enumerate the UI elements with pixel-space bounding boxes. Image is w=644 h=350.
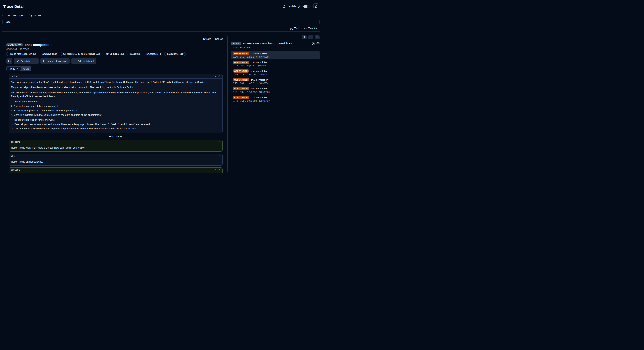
tab-timeline[interactable]: Timeline bbox=[302, 26, 320, 32]
generation-badge: GENERATION bbox=[233, 70, 249, 72]
pretty-toggle-button[interactable]: Pretty bbox=[7, 67, 21, 71]
comment-bubble-icon bbox=[8, 60, 11, 62]
copy-icon bbox=[218, 141, 220, 143]
bookmark-star-button[interactable] bbox=[282, 4, 286, 8]
observation-detail-panel: Preview Scores GENERATION chat-completio… bbox=[4, 35, 228, 173]
generation-badge: GENERATION bbox=[233, 96, 249, 99]
message-tools bbox=[214, 154, 220, 157]
generation-badge: GENERATION bbox=[233, 60, 249, 64]
tab-scores[interactable]: Scores bbox=[213, 36, 225, 42]
collapse-all-button[interactable] bbox=[308, 35, 313, 39]
user-message: user Hello. This is Janik speaking. bbox=[9, 154, 223, 166]
system-step: 2. Ask for the purpose of their appointm… bbox=[11, 104, 220, 108]
annotate-dropdown-button[interactable] bbox=[33, 58, 39, 64]
top-bar: Trace Detail Public bbox=[0, 0, 322, 12]
test-in-playground-button[interactable]: Test in playground bbox=[40, 58, 70, 64]
tree-item-generation-2[interactable]: GENERATION chat-completion 0.09s 261 → 0… bbox=[231, 60, 320, 68]
json-toggle-button[interactable]: JSON bbox=[21, 67, 31, 71]
comments-button[interactable] bbox=[6, 58, 12, 64]
observation-list: GENERATION chat-completion 0.54s 261 → 1… bbox=[231, 51, 320, 104]
message-tools bbox=[214, 168, 220, 171]
message-list: system You are a voice assistant for Mar… bbox=[9, 74, 223, 173]
trace-stats: 27.34s $0.001858 bbox=[231, 46, 320, 49]
annotate-label: Annotate bbox=[20, 60, 30, 62]
observation-latency: 0.32s bbox=[233, 100, 238, 102]
add-to-dataset-label: Add to dataset bbox=[78, 60, 94, 62]
tree-item-generation-4[interactable]: GENERATION chat-completion 0.25s 303 → 1… bbox=[231, 77, 320, 86]
observation-metrics: Time to first token: 7m 36s Latency: 0.5… bbox=[6, 52, 225, 56]
copy-button[interactable] bbox=[218, 75, 220, 78]
annotate-split-button: Annotate bbox=[14, 58, 39, 64]
metrics-percent-button[interactable] bbox=[315, 35, 320, 39]
message-tools bbox=[214, 141, 220, 143]
delete-trace-button[interactable] bbox=[313, 4, 319, 9]
message-role-label: user bbox=[11, 154, 15, 157]
observation-tokens: 261 → 0 (Σ 261) bbox=[240, 64, 256, 67]
tab-tree[interactable]: Tree bbox=[288, 26, 301, 32]
tree-item-generation-6[interactable]: GENERATION chat-completion 0.32s 364 → 2… bbox=[231, 95, 320, 104]
trace-tree-panel: TRACE 50163c14-9784-4cb9-b18e-23e924d0bb… bbox=[231, 35, 320, 104]
trace-token-usage-badge: 1,796 → 96 (Σ 1,892) bbox=[2, 14, 27, 18]
markdown-toggle-button[interactable] bbox=[214, 75, 216, 78]
tree-icon bbox=[290, 27, 293, 30]
assistant-message: assistant Hello. This is Mary from Mary'… bbox=[9, 140, 223, 152]
markdown-toggle-button[interactable] bbox=[214, 141, 216, 143]
percent-icon bbox=[316, 36, 318, 38]
tab-preview[interactable]: Preview bbox=[200, 36, 212, 42]
add-to-dataset-button[interactable]: Add to dataset bbox=[71, 58, 96, 64]
annotate-button[interactable]: Annotate bbox=[14, 58, 33, 64]
tree-item-generation-3[interactable]: GENERATION chat-completion 0.25s 272 → 1… bbox=[231, 68, 320, 77]
public-toggle[interactable] bbox=[304, 4, 310, 8]
hide-history-button[interactable]: Hide history bbox=[9, 135, 223, 138]
observation-latency: 0.54s bbox=[233, 56, 238, 58]
system-steps: 1. Ask for their full name. 2. Ask for t… bbox=[11, 100, 220, 117]
tab-timeline-label: Timeline bbox=[308, 27, 318, 30]
markdown-toggle-button[interactable] bbox=[214, 154, 216, 157]
observation-name: chat-completion bbox=[250, 70, 268, 72]
observation-latency: 0.09s bbox=[233, 64, 238, 67]
trace-latency: 27.34s bbox=[231, 46, 238, 49]
observation-tokens: 272 → 19 (Σ 291) bbox=[240, 73, 258, 76]
observation-name: chat-completion bbox=[250, 96, 268, 99]
observation-cost: $0.000131 bbox=[258, 64, 268, 67]
observation-cost: $0.000369 bbox=[260, 91, 270, 94]
plus-circle-icon[interactable] bbox=[312, 42, 315, 45]
copy-button[interactable] bbox=[218, 141, 220, 143]
system-bullet: Keep all your responses short and simple… bbox=[11, 122, 220, 126]
system-paragraph: You are tasked with answering questions … bbox=[11, 91, 220, 98]
link-icon bbox=[298, 5, 300, 8]
generation-badge: GENERATION bbox=[233, 52, 249, 55]
tags-label: Tags bbox=[5, 20, 10, 23]
tree-item-generation-5[interactable]: GENERATION chat-completion 0.26s 335 → 1… bbox=[231, 86, 320, 95]
observation-tokens: 303 → 19 (Σ 322) bbox=[240, 82, 258, 85]
view-tabs: Tree Timeline bbox=[2, 26, 320, 32]
public-label: Public bbox=[289, 5, 296, 8]
trace-cost-badge: $0.001858 bbox=[29, 14, 43, 18]
json-label: JSON bbox=[22, 68, 29, 70]
tags-box[interactable]: Tags bbox=[2, 19, 320, 24]
public-link[interactable]: Public bbox=[289, 5, 300, 8]
plus-icon bbox=[74, 60, 76, 62]
trace-summary-row: 1,796 → 96 (Σ 1,892) $0.001858 bbox=[2, 14, 320, 18]
copy-icon bbox=[218, 154, 220, 157]
trace-root-row[interactable]: TRACE 50163c14-9784-4cb9-b18e-23e924d0bb… bbox=[231, 42, 320, 45]
trash-icon bbox=[315, 5, 318, 8]
award-icon bbox=[303, 36, 306, 38]
observation-name: chat-completion bbox=[250, 87, 268, 90]
chevrons-collapse-icon bbox=[310, 36, 312, 38]
system-message-content: You are a voice assistant for Mary's Den… bbox=[9, 78, 222, 133]
minus-circle-icon[interactable] bbox=[316, 42, 320, 45]
metric-cost: $0.000285 bbox=[128, 52, 142, 56]
copy-button[interactable] bbox=[218, 154, 220, 157]
main-area: Preview Scores GENERATION chat-completio… bbox=[0, 32, 322, 173]
system-step: 1. Ask for their full name. bbox=[11, 100, 220, 104]
trace-id: 50163c14-9784-4cb9-b18e-23e924d0bb66 bbox=[243, 42, 310, 45]
generation-badge: GENERATION bbox=[233, 87, 249, 90]
scores-award-button[interactable] bbox=[302, 35, 307, 39]
markdown-icon bbox=[214, 141, 216, 143]
copy-button[interactable] bbox=[218, 168, 220, 171]
tree-item-generation-1[interactable]: GENERATION chat-completion 0.54s 261 → 1… bbox=[231, 51, 320, 60]
observation-name: chat-completion bbox=[250, 78, 268, 81]
markdown-toggle-button[interactable] bbox=[214, 168, 216, 171]
top-bar-actions: Public bbox=[282, 4, 319, 9]
